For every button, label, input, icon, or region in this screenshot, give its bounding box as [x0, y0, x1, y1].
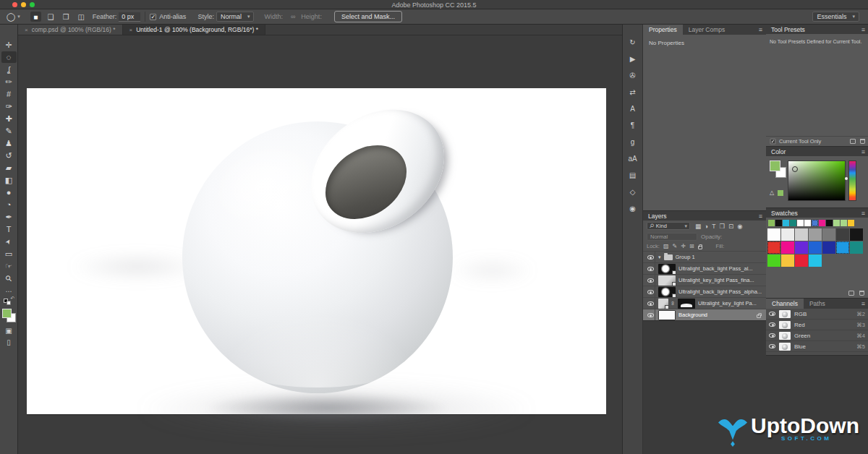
visibility-eye-icon[interactable]: [647, 313, 654, 317]
brush-tool[interactable]: ✎: [1, 125, 17, 137]
close-tab-icon[interactable]: ×: [25, 27, 28, 33]
layer-row[interactable]: ∞Ultralight_key_light Pa...: [643, 297, 766, 309]
color-swatch[interactable]: [767, 254, 780, 267]
visibility-eye-icon[interactable]: [769, 333, 775, 338]
filter-type-layers-icon[interactable]: T: [712, 223, 715, 230]
add-to-selection-button[interactable]: ❑: [46, 12, 56, 22]
color-swatch[interactable]: [795, 228, 808, 241]
recent-swatch[interactable]: [841, 220, 847, 226]
anti-alias-checkbox[interactable]: ✓: [150, 14, 156, 20]
panel-menu-icon[interactable]: ≡: [759, 213, 762, 220]
blur-tool[interactable]: ●: [1, 187, 17, 198]
panel-menu-icon[interactable]: ≡: [861, 148, 865, 155]
layer-row[interactable]: Ultralight_back_light Pass_al...: [643, 262, 766, 274]
lock-artboard-icon[interactable]: ⊞: [689, 243, 694, 249]
layer-mask-thumbnail[interactable]: [678, 299, 695, 309]
panel-menu-icon[interactable]: ≡: [861, 26, 865, 33]
camera-raw-icon[interactable]: ◉: [626, 202, 640, 215]
lock-pixels-icon[interactable]: ✎: [673, 243, 678, 249]
color-swatch[interactable]: [809, 254, 822, 267]
channel-row-red[interactable]: Red⌘3: [766, 320, 868, 330]
recent-swatch[interactable]: [812, 220, 818, 226]
color-swatch[interactable]: [822, 241, 835, 254]
document-tab-1[interactable]: ×comp.psd @ 100% (RGB/16) *: [18, 25, 123, 35]
recent-swatch[interactable]: [826, 220, 833, 226]
color-swatch[interactable]: [850, 241, 863, 254]
styles-icon[interactable]: ✇: [626, 69, 640, 82]
visibility-cell[interactable]: [646, 252, 655, 262]
libraries-icon[interactable]: ▤: [626, 169, 640, 181]
filter-shape-layers-icon[interactable]: ❒: [719, 223, 725, 230]
history-brush-tool[interactable]: ↺: [1, 150, 17, 161]
visibility-eye-icon[interactable]: [647, 301, 654, 306]
gradient-tool[interactable]: ◧: [1, 174, 17, 186]
3d-icon[interactable]: ◇: [626, 186, 640, 198]
intersect-selection-button[interactable]: ◫: [76, 12, 87, 22]
foreground-color-swatch[interactable]: [2, 309, 12, 318]
recent-swatch[interactable]: [768, 220, 775, 226]
link-dimensions-icon[interactable]: ∞: [291, 13, 295, 20]
select-and-mask-button[interactable]: Select and Mask...: [334, 11, 402, 22]
layer-row[interactable]: Ultralight_back_light Pass_alpha...: [643, 286, 766, 297]
canvas-pasteboard[interactable]: [18, 35, 622, 454]
visibility-eye-icon[interactable]: [647, 267, 654, 271]
trash-icon[interactable]: [859, 291, 864, 296]
layer-thumbnail[interactable]: [658, 264, 676, 274]
color-swatch[interactable]: [809, 228, 822, 241]
recent-swatch[interactable]: [833, 220, 840, 226]
document-tab-2[interactable]: ×Untitled-1 @ 100% (Background, RGB/16*)…: [123, 25, 265, 35]
clone-stamp-tool[interactable]: ♟: [1, 137, 17, 149]
glyphs-icon[interactable]: ɡ: [626, 136, 640, 148]
hand-tool[interactable]: ☞: [1, 260, 17, 272]
filter-toggle-icon[interactable]: ◉: [737, 223, 742, 230]
workspace-switcher[interactable]: Essentials ▾: [812, 12, 859, 22]
visibility-eye-icon[interactable]: [647, 290, 654, 294]
visibility-eye-icon[interactable]: [647, 255, 654, 260]
color-swatch[interactable]: [836, 241, 849, 254]
channel-row-blue[interactable]: Blue⌘5: [766, 341, 868, 352]
layer-filter-kind-dropdown[interactable]: ⚲ Kind ▾: [647, 222, 690, 230]
color-swatch[interactable]: [767, 241, 780, 254]
zoom-tool[interactable]: ⚲: [1, 273, 17, 284]
channel-row-green[interactable]: Green⌘4: [766, 330, 868, 341]
color-swatch[interactable]: [836, 228, 849, 241]
layer-thumbnail[interactable]: [658, 275, 676, 286]
swap-colors-icon[interactable]: ↶: [10, 296, 14, 301]
style-dropdown[interactable]: Normal ▾: [216, 12, 255, 22]
visibility-eye-icon[interactable]: [647, 278, 654, 283]
gamut-warning-icon[interactable]: △: [770, 189, 774, 196]
color-swatch[interactable]: [822, 228, 835, 241]
visibility-cell[interactable]: [646, 286, 655, 297]
channels-tab-channels[interactable]: Channels: [766, 299, 804, 309]
eyedropper-tool[interactable]: ✑: [1, 100, 17, 112]
new-selection-button[interactable]: ■: [30, 12, 41, 22]
blend-mode-dropdown[interactable]: Normal: [647, 233, 697, 241]
filter-pixel-layers-icon[interactable]: ▦: [695, 223, 701, 230]
edit-toolbar-icon[interactable]: ⋯: [6, 288, 12, 295]
spot-healing-brush-tool[interactable]: ✚: [1, 113, 17, 124]
pen-tool[interactable]: ✒: [1, 211, 17, 223]
properties-tab-layer-comps[interactable]: Layer Comps: [683, 25, 731, 35]
color-swatch[interactable]: [850, 228, 863, 241]
recent-swatch[interactable]: [797, 220, 804, 226]
color-swatch[interactable]: [781, 228, 794, 241]
channels-tab-paths[interactable]: Paths: [804, 299, 831, 309]
properties-tab-properties[interactable]: Properties: [643, 25, 683, 35]
recent-swatch[interactable]: [775, 220, 782, 226]
path-selection-tool[interactable]: ➤: [1, 236, 17, 247]
color-swatch[interactable]: [809, 241, 822, 254]
panel-menu-icon[interactable]: ≡: [861, 210, 865, 217]
layer-thumbnail[interactable]: [658, 287, 676, 297]
filter-adjustment-layers-icon[interactable]: ◑: [705, 223, 708, 230]
history-icon[interactable]: ↻: [626, 36, 640, 48]
lock-position-icon[interactable]: ✛: [681, 243, 686, 249]
paragraph-icon[interactable]: ¶: [626, 119, 640, 132]
subtract-from-selection-button[interactable]: ❒: [61, 12, 72, 22]
recent-swatch[interactable]: [848, 220, 854, 226]
color-swatch[interactable]: [781, 241, 794, 254]
feather-input[interactable]: 0 px: [119, 12, 140, 22]
screen-mode-button[interactable]: ▯: [7, 338, 11, 346]
elliptical-marquee-tool[interactable]: ◌: [1, 51, 17, 63]
layer-thumbnail[interactable]: [658, 299, 668, 309]
clone-source-icon[interactable]: ⇄: [626, 86, 640, 98]
